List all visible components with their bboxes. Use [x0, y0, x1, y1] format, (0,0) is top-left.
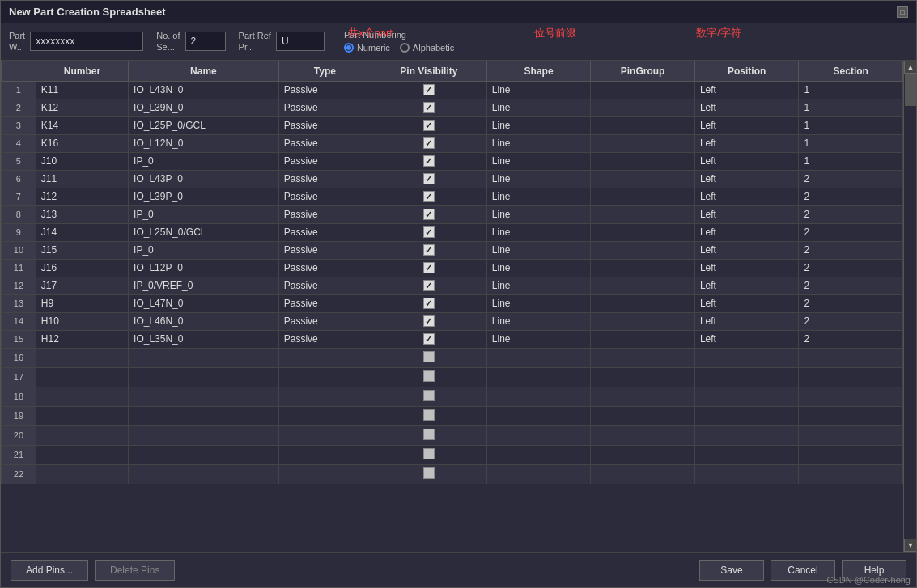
cell-shape[interactable]: Line	[486, 134, 591, 152]
cell-section[interactable]: 2	[799, 312, 903, 330]
cell-number[interactable]: H12	[36, 330, 128, 348]
cell-name[interactable]: IP_0	[129, 205, 279, 223]
cell-pin-visibility[interactable]	[371, 116, 487, 134]
cell-shape[interactable]: Line	[486, 170, 591, 188]
cell-shape[interactable]: Line	[486, 188, 591, 205]
cell-shape[interactable]	[486, 406, 591, 425]
cell-pingroup[interactable]	[591, 425, 695, 445]
cell-number[interactable]	[36, 445, 128, 464]
cell-name[interactable]: IO_L39N_0	[129, 99, 279, 116]
cell-shape[interactable]: Line	[486, 241, 591, 259]
pin-visibility-checkbox[interactable]	[423, 370, 435, 382]
cell-position[interactable]: Left	[694, 205, 799, 223]
scroll-down-button[interactable]: ▼	[904, 539, 916, 552]
pin-visibility-checkbox[interactable]	[423, 315, 435, 327]
cell-type[interactable]	[278, 367, 371, 387]
cell-pin-visibility[interactable]	[371, 170, 487, 188]
cell-pingroup[interactable]	[591, 464, 695, 484]
cell-type[interactable]: Passive	[278, 170, 371, 188]
cell-position[interactable]: Left	[694, 188, 799, 205]
cell-section[interactable]: 2	[799, 330, 903, 348]
cell-number[interactable]: J16	[36, 259, 128, 277]
cell-number[interactable]: J10	[36, 152, 128, 170]
cell-section[interactable]: 2	[799, 241, 903, 259]
pin-visibility-checkbox[interactable]	[423, 467, 435, 479]
cell-pin-visibility[interactable]	[371, 330, 487, 348]
cell-number[interactable]: K11	[36, 81, 128, 99]
cell-section[interactable]: 2	[799, 259, 903, 277]
cell-pin-visibility[interactable]	[371, 348, 487, 367]
cell-type[interactable]: Passive	[278, 312, 371, 330]
cell-pin-visibility[interactable]	[371, 387, 487, 406]
cell-section[interactable]: 2	[799, 294, 903, 312]
cell-section[interactable]: 1	[799, 116, 903, 134]
cell-pin-visibility[interactable]	[371, 99, 487, 116]
pin-visibility-checkbox[interactable]	[423, 448, 435, 459]
cell-name[interactable]	[129, 425, 279, 445]
cell-position[interactable]: Left	[694, 134, 799, 152]
numeric-radio-label[interactable]: Numeric	[344, 43, 390, 53]
cell-type[interactable]	[278, 445, 371, 464]
alphabetic-radio[interactable]	[400, 43, 410, 53]
cell-position[interactable]: Left	[694, 259, 799, 277]
alphabetic-radio-label[interactable]: Alphabetic	[400, 43, 454, 53]
cell-position[interactable]: Left	[694, 99, 799, 116]
vertical-scrollbar[interactable]: ▲ ▼	[903, 61, 916, 552]
cell-type[interactable]: Passive	[278, 277, 371, 294]
pin-visibility-checkbox[interactable]	[423, 84, 435, 95]
cell-pin-visibility[interactable]	[371, 223, 487, 241]
cell-pin-visibility[interactable]	[371, 134, 487, 152]
cell-shape[interactable]: Line	[486, 152, 591, 170]
cell-type[interactable]	[278, 464, 371, 484]
cell-number[interactable]: K16	[36, 134, 128, 152]
cell-type[interactable]: Passive	[278, 99, 371, 116]
cell-section[interactable]: 2	[799, 205, 903, 223]
cell-number[interactable]: J11	[36, 170, 128, 188]
cell-shape[interactable]: Line	[486, 312, 591, 330]
cell-number[interactable]: K14	[36, 116, 128, 134]
cell-pin-visibility[interactable]	[371, 277, 487, 294]
cell-section[interactable]	[799, 464, 903, 484]
cell-position[interactable]: Left	[694, 312, 799, 330]
cancel-button[interactable]: Cancel	[771, 560, 835, 581]
cell-section[interactable]	[799, 367, 903, 387]
cell-type[interactable]: Passive	[278, 223, 371, 241]
cell-name[interactable]: IO_L39P_0	[129, 188, 279, 205]
cell-section[interactable]: 1	[799, 81, 903, 99]
cell-position[interactable]: Left	[694, 170, 799, 188]
cell-shape[interactable]	[486, 367, 591, 387]
cell-position[interactable]	[694, 406, 799, 425]
cell-name[interactable]: IO_L25P_0/GCL	[129, 116, 279, 134]
cell-pin-visibility[interactable]	[371, 294, 487, 312]
cell-type[interactable]: Passive	[278, 134, 371, 152]
cell-pingroup[interactable]	[591, 294, 695, 312]
cell-position[interactable]	[694, 425, 799, 445]
cell-section[interactable]: 2	[799, 188, 903, 205]
cell-position[interactable]: Left	[694, 116, 799, 134]
cell-number[interactable]: K12	[36, 99, 128, 116]
cell-section[interactable]: 2	[799, 170, 903, 188]
cell-number[interactable]	[36, 387, 128, 406]
cell-pingroup[interactable]	[591, 170, 695, 188]
cell-shape[interactable]: Line	[486, 116, 591, 134]
cell-number[interactable]: J15	[36, 241, 128, 259]
cell-type[interactable]: Passive	[278, 188, 371, 205]
cell-name[interactable]: IO_L12P_0	[129, 259, 279, 277]
cell-type[interactable]	[278, 387, 371, 406]
cell-position[interactable]	[694, 367, 799, 387]
cell-name[interactable]: IO_L43P_0	[129, 170, 279, 188]
cell-type[interactable]: Passive	[278, 116, 371, 134]
scroll-thumb[interactable]	[905, 74, 916, 106]
cell-section[interactable]: 2	[799, 223, 903, 241]
cell-pingroup[interactable]	[591, 152, 695, 170]
cell-name[interactable]	[129, 387, 279, 406]
pin-visibility-checkbox[interactable]	[423, 155, 435, 167]
cell-name[interactable]: IO_L43N_0	[129, 81, 279, 99]
cell-name[interactable]: IP_0/VREF_0	[129, 277, 279, 294]
cell-position[interactable]: Left	[694, 223, 799, 241]
pin-visibility-checkbox[interactable]	[423, 390, 435, 401]
cell-pin-visibility[interactable]	[371, 464, 487, 484]
cell-name[interactable]: IO_L25N_0/GCL	[129, 223, 279, 241]
cell-pingroup[interactable]	[591, 259, 695, 277]
cell-shape[interactable]: Line	[486, 99, 591, 116]
